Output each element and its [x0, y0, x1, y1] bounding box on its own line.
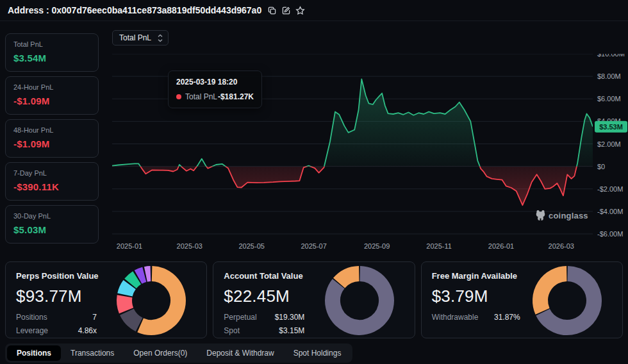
chevron-updown-icon — [158, 34, 163, 42]
series-dot-icon — [176, 94, 181, 99]
x-axis-label: 2025-07 — [301, 242, 326, 250]
y-axis-label: $8.00M — [597, 72, 621, 80]
bottom-tab-bar: PositionsTransactionsOpen Orders(0)Depos… — [5, 343, 352, 363]
header: Address : 0x007d76eec0ba411ce873a8819df5… — [0, 0, 628, 21]
pnl-card-value: $5.03M — [13, 224, 90, 235]
pnl-48h-card: 48-Hour PnL -$1.09M — [5, 119, 99, 158]
coinglass-bear-icon — [536, 210, 545, 221]
address-title: Address : 0x007d76eec0ba411ce873a8819df5… — [8, 5, 261, 15]
y-axis-label: $0 — [597, 163, 605, 170]
donut-segment-position-2 — [127, 312, 139, 325]
stat-value: $3.15M — [279, 326, 304, 335]
chart-tooltip: 2025-03-19 18:20 Total PnL -$181.27K — [168, 70, 262, 108]
y-axis-label: $10.00M — [597, 54, 625, 58]
account-value-donut-chart[interactable] — [324, 265, 395, 336]
pnl-30d-card: 30-Day PnL $5.03M — [5, 205, 99, 244]
stat-value: 4.86x — [78, 326, 97, 335]
pnl-7d-card: 7-Day PnL -$390.11K — [5, 162, 99, 201]
pnl-card-label: 48-Hour PnL — [13, 126, 90, 134]
edit-icon[interactable] — [281, 6, 291, 15]
current-value-badge-text: $3.53M — [599, 123, 623, 131]
x-axis-label: 2025-03 — [177, 242, 202, 250]
stat-value: $19.30M — [275, 313, 305, 322]
tab-open-orders-0[interactable]: Open Orders(0) — [124, 345, 197, 361]
pnl-metric-select-value: Total PnL — [119, 33, 151, 42]
donut-segment-position-7 — [146, 274, 151, 274]
positions-donut-chart[interactable] — [115, 265, 187, 336]
tooltip-series-label: Total PnL — [185, 92, 217, 101]
pnl-chart-panel: Total PnL $10.00M$8.00M$6.00M$4.00M$2.00… — [103, 21, 628, 261]
stat-label: Spot — [224, 326, 240, 335]
pnl-card-value: -$390.11K — [13, 181, 90, 192]
y-axis-label: $2.00M — [597, 140, 621, 148]
donut-segment-spot — [339, 274, 359, 283]
pnl-card-label: 30-Day PnL — [13, 212, 90, 220]
y-axis-label: -$2.00M — [597, 185, 623, 193]
x-axis-label: 2025-05 — [239, 242, 265, 250]
tooltip-series-value: -$181.27K — [218, 92, 254, 101]
x-axis-label: 2025-09 — [364, 242, 390, 250]
y-axis-label: $6.00M — [597, 95, 621, 103]
tab-positions[interactable]: Positions — [7, 345, 61, 361]
donut-segment-position-3 — [124, 296, 126, 310]
pnl-card-label: Total PnL — [13, 40, 90, 48]
x-axis-label: 2025-11 — [426, 242, 452, 250]
tab-transactions[interactable]: Transactions — [61, 345, 124, 361]
pnl-card-value: -$1.09M — [13, 95, 90, 106]
total-pnl-card: Total PnL $3.54M — [5, 33, 99, 72]
star-icon[interactable] — [295, 6, 305, 15]
tab-spot-holdings[interactable]: Spot Holdings — [284, 345, 351, 361]
y-axis-label: -$6.00M — [597, 230, 623, 238]
free-margin-card: Free Margin Available $3.79M Withdrawabl… — [421, 261, 623, 338]
donut-segment-position-5 — [131, 277, 137, 283]
stat-value: 7 — [92, 313, 97, 322]
pnl-metric-select[interactable]: Total PnL — [112, 30, 169, 46]
account-total-value-card: Account Total Value $22.45M Perpetual$19… — [213, 261, 415, 338]
x-axis-label: 2026-01 — [488, 242, 514, 250]
pnl-24h-card: 24-Hour PnL -$1.09M — [5, 76, 99, 115]
stat-label: Withdrawable — [432, 313, 479, 322]
perps-position-value-card: Perps Position Value $93.77M Positions7 … — [5, 261, 207, 338]
pnl-card-value: -$1.09M — [13, 138, 90, 149]
x-axis-label: 2026-03 — [549, 242, 574, 250]
stat-label: Positions — [16, 313, 47, 322]
donut-segment-position-4 — [125, 285, 129, 295]
pnl-sidebar: Total PnL $3.54M 24-Hour PnL -$1.09M 48-… — [5, 33, 99, 248]
stat-label: Leverage — [16, 326, 48, 335]
coinglass-wordmark: coinglass — [549, 211, 588, 220]
free-margin-donut-chart[interactable] — [531, 265, 603, 336]
coinglass-watermark: coinglass — [536, 210, 588, 221]
x-axis-label: 2025-01 — [117, 242, 142, 250]
coinglass-address-dashboard: Address : 0x007d76eec0ba411ce873a8819df5… — [0, 0, 628, 364]
stat-label: Perpetual — [224, 313, 256, 322]
donut-segment-withdrawable — [540, 274, 566, 311]
pnl-card-value: $3.54M — [13, 53, 90, 63]
summary-cards-row: Perps Position Value $93.77M Positions7 … — [5, 261, 623, 338]
tooltip-datetime: 2025-03-19 18:20 — [176, 78, 254, 87]
donut-segment-position-6 — [138, 274, 145, 277]
pnl-card-label: 24-Hour PnL — [13, 83, 90, 91]
pnl-card-label: 7-Day PnL — [13, 169, 90, 177]
stat-value: 31.87% — [494, 313, 520, 322]
copy-icon[interactable] — [267, 6, 277, 15]
tab-deposit-withdraw[interactable]: Deposit & Withdraw — [197, 345, 283, 361]
y-axis-label: -$4.00M — [597, 208, 623, 215]
